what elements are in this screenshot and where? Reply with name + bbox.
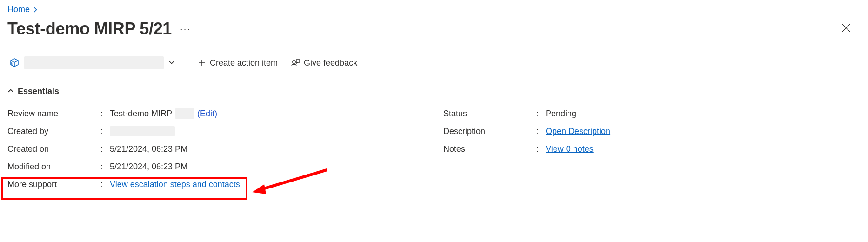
toolbar-label: Give feedback	[304, 58, 357, 68]
essentials-label: Essentials	[18, 87, 59, 96]
edit-review-name-link[interactable]: (Edit)	[197, 109, 217, 119]
essentials-left-col: Review name : Test-demo MIRP (Edit) Crea…	[7, 105, 425, 193]
kv-key: Description	[443, 127, 536, 136]
kv-key: Modified on	[7, 162, 100, 172]
kv-notes: Notes : View 0 notes	[443, 140, 861, 158]
feedback-icon	[291, 58, 300, 67]
kv-value: View 0 notes	[546, 144, 594, 154]
breadcrumb-home[interactable]: Home	[7, 5, 30, 14]
essentials-right-col: Status : Pending Description : Open Desc…	[443, 105, 861, 193]
view-notes-link[interactable]: View 0 notes	[546, 144, 594, 154]
toolbar-separator	[187, 55, 187, 71]
kv-value: Open Description	[546, 127, 610, 136]
essentials-toggle[interactable]: Essentials	[7, 87, 861, 96]
create-action-item-button[interactable]: Create action item	[191, 56, 284, 70]
close-icon	[841, 23, 851, 33]
give-feedback-button[interactable]: Give feedback	[284, 56, 364, 70]
close-button[interactable]	[838, 20, 854, 38]
kv-value	[110, 126, 175, 136]
kv-more-support: More support : View escalation steps and…	[7, 175, 425, 193]
kv-value: View escalation steps and contacts	[110, 180, 240, 189]
kv-key: Review name	[7, 109, 100, 119]
chevron-up-icon	[7, 87, 14, 96]
plus-icon	[198, 59, 206, 67]
resource-picker[interactable]	[7, 54, 180, 71]
kv-created-by: Created by :	[7, 122, 425, 140]
kv-value: Pending	[546, 109, 576, 119]
kv-key: Status	[443, 109, 536, 119]
redacted-value	[175, 108, 194, 119]
kv-value: 5/21/2024, 06:23 PM	[110, 162, 187, 172]
toolbar: Create action item Give feedback	[7, 54, 861, 74]
resource-picker-value	[24, 56, 164, 69]
kv-modified-on: Modified on : 5/21/2024, 06:23 PM	[7, 158, 425, 175]
kv-value: Test-demo MIRP (Edit)	[110, 108, 217, 119]
title-row: Test-demo MIRP 5/21 ···	[7, 19, 861, 39]
chevron-right-icon	[33, 7, 38, 13]
essentials-grid: Review name : Test-demo MIRP (Edit) Crea…	[7, 105, 861, 193]
kv-key: Created on	[7, 144, 100, 154]
kv-key: Notes	[443, 144, 536, 154]
kv-status: Status : Pending	[443, 105, 861, 122]
page-title: Test-demo MIRP 5/21	[7, 19, 172, 39]
kv-key: Created by	[7, 127, 100, 136]
kv-value: 5/21/2024, 06:23 PM	[110, 144, 187, 154]
kv-key: More support	[7, 180, 100, 189]
svg-point-0	[293, 60, 295, 63]
more-actions-button[interactable]: ···	[180, 24, 191, 34]
kv-description: Description : Open Description	[443, 122, 861, 140]
review-name-value: Test-demo MIRP	[110, 109, 172, 119]
open-description-link[interactable]: Open Description	[546, 127, 610, 136]
redacted-value	[110, 126, 175, 136]
kv-review-name: Review name : Test-demo MIRP (Edit)	[7, 105, 425, 122]
chevron-down-icon	[168, 58, 175, 68]
kv-created-on: Created on : 5/21/2024, 06:23 PM	[7, 140, 425, 158]
breadcrumb: Home	[7, 5, 861, 14]
toolbar-label: Create action item	[210, 58, 278, 68]
view-escalation-link[interactable]: View escalation steps and contacts	[110, 180, 240, 189]
package-icon	[9, 58, 20, 68]
